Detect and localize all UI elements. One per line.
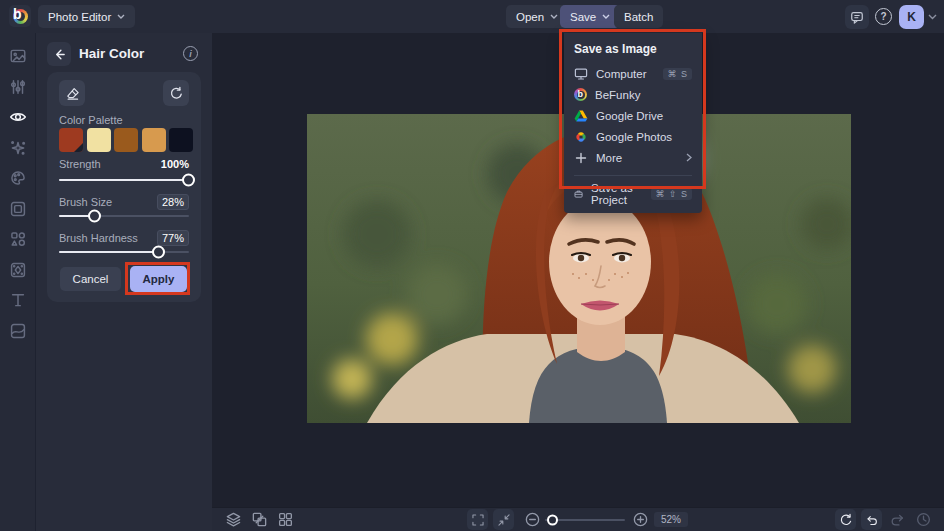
batch-button[interactable]: Batch [614, 5, 663, 28]
menu-item-computer[interactable]: Computer ⌘ S [564, 63, 702, 84]
shortcut-badge: ⌘ S [663, 68, 692, 80]
befunky-logo-letter: b [13, 6, 22, 22]
avatar-initial: K [907, 10, 916, 24]
back-button[interactable] [47, 42, 71, 66]
apply-button[interactable]: Apply [130, 266, 187, 292]
touch-up-eye-icon[interactable] [9, 108, 27, 126]
menu-item-label: BeFunky [595, 89, 640, 101]
eraser-icon [65, 86, 80, 101]
help-button[interactable]: ? [875, 8, 892, 25]
zoom-level-badge[interactable]: 52% [654, 512, 688, 527]
fullscreen-icon [471, 513, 485, 527]
palette-label: Color Palette [59, 114, 123, 126]
menu-item-label: Computer [596, 68, 647, 80]
manage-grid-icon[interactable] [277, 511, 294, 528]
chat-icon [850, 10, 864, 24]
menu-item-label: Google Drive [596, 110, 663, 122]
zoom-in-icon[interactable] [632, 511, 649, 528]
color-swatch-1[interactable] [59, 128, 83, 152]
zoom-slider-knob[interactable] [547, 515, 558, 526]
menu-item-label: More [596, 152, 622, 164]
chevron-down-icon [602, 14, 610, 19]
artsy-palette-icon[interactable] [9, 169, 27, 187]
menu-item-label: Google Photos [596, 131, 672, 143]
brush-size-slider-knob[interactable] [88, 210, 101, 223]
undo-icon [865, 513, 879, 527]
computer-icon [574, 67, 588, 81]
textures-icon[interactable] [9, 322, 27, 340]
tool-rail [0, 33, 36, 531]
history-icon[interactable] [915, 511, 932, 528]
menu-item-google-photos[interactable]: Google Photos [564, 126, 702, 147]
menu-item-more[interactable]: More [564, 147, 702, 168]
open-button[interactable]: Open [506, 5, 568, 28]
color-swatch-4[interactable] [142, 128, 166, 152]
app-menu-button[interactable]: Photo Editor [38, 5, 135, 28]
chevron-down-icon [550, 14, 558, 19]
reset-color-button[interactable] [163, 80, 189, 106]
cancel-button[interactable]: Cancel [60, 267, 121, 291]
redo-icon[interactable] [889, 511, 906, 528]
graphics-icon[interactable] [9, 230, 27, 248]
plus-icon [574, 151, 588, 165]
effects-sparkle-icon[interactable] [9, 139, 27, 157]
brush-size-label: Brush Size [59, 196, 112, 208]
brush-hardness-slider-knob[interactable] [152, 246, 165, 259]
batch-label: Batch [624, 11, 653, 23]
save-button[interactable]: Save [560, 5, 620, 28]
google-photos-icon [574, 130, 588, 144]
overlays-icon[interactable] [9, 261, 27, 279]
color-swatch-2[interactable] [87, 128, 111, 152]
fit-screen-button[interactable] [493, 509, 514, 530]
adjust-icon[interactable] [9, 78, 27, 96]
shortcut-badge: ⌘ ⇧ S [651, 188, 692, 200]
menu-item-befunky[interactable]: b BeFunky [564, 84, 702, 105]
chevron-right-icon [686, 153, 692, 162]
text-icon[interactable] [9, 291, 27, 309]
brush-size-value: 28% [157, 194, 189, 210]
eraser-button[interactable] [59, 80, 85, 106]
color-swatch-3[interactable] [114, 128, 138, 152]
befunky-logo[interactable]: b [9, 5, 31, 27]
frames-icon[interactable] [9, 200, 27, 218]
strength-slider[interactable] [59, 173, 189, 187]
feedback-button[interactable] [845, 5, 869, 29]
selected-corner [74, 143, 83, 152]
zoom-slider[interactable] [545, 513, 625, 527]
compare-icon[interactable] [251, 511, 268, 528]
account-chevron-icon[interactable] [928, 14, 937, 20]
menu-item-save-as-project[interactable]: Save as Project ⌘ ⇧ S [564, 183, 702, 204]
hair-color-card: Color Palette Strength 100% Brush Size 2… [47, 72, 201, 302]
menu-item-google-drive[interactable]: Google Drive [564, 105, 702, 126]
befunky-icon: b [574, 88, 587, 101]
zoom-out-icon[interactable] [524, 511, 541, 528]
top-bar: b Photo Editor Open Save Batch ? K [0, 0, 944, 33]
google-drive-icon [574, 109, 588, 123]
reset-button[interactable] [835, 509, 856, 530]
chevron-down-icon [117, 14, 125, 19]
info-icon[interactable]: i [183, 46, 198, 61]
project-icon [574, 187, 583, 201]
fit-screen-icon [497, 513, 511, 527]
fullscreen-button[interactable] [467, 509, 488, 530]
avatar[interactable]: K [899, 5, 924, 29]
color-swatch-5[interactable] [169, 128, 193, 152]
save-label: Save [570, 11, 596, 23]
back-arrow-icon [53, 48, 66, 61]
brush-hardness-value: 77% [157, 230, 189, 246]
brush-hardness-slider[interactable] [59, 245, 189, 259]
strength-slider-knob[interactable] [182, 174, 195, 187]
save-dropdown-menu: Save as Image Computer ⌘ S b BeFunky Goo… [564, 33, 702, 213]
menu-divider [574, 175, 692, 176]
brush-hardness-label: Brush Hardness [59, 232, 138, 244]
layers-icon[interactable] [225, 511, 242, 528]
open-label: Open [516, 11, 544, 23]
undo-button[interactable] [861, 509, 882, 530]
save-menu-title: Save as Image [564, 42, 702, 56]
brush-size-slider[interactable] [59, 209, 189, 223]
edit-photo-icon[interactable] [9, 47, 27, 65]
reset-icon [839, 513, 853, 527]
panel-title: Hair Color [79, 46, 144, 61]
refresh-icon [169, 86, 184, 101]
hair-color-panel: Hair Color i Color Palette Strength 100% [36, 33, 212, 531]
